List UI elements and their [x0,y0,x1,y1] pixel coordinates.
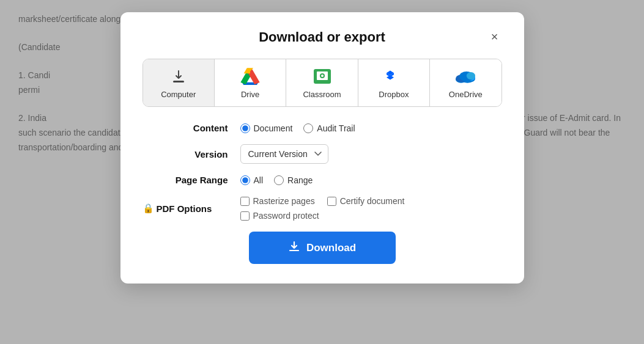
tab-drive[interactable]: Drive [215,59,286,106]
svg-point-16 [467,72,475,79]
rasterize-checkbox[interactable] [240,197,250,206]
version-label: Version [142,149,228,159]
pdf-options-text: PDF Options [157,203,212,214]
onedrive-icon [456,67,475,86]
content-controls: Document Audit Trail [240,123,355,133]
destination-tabs: Computer Drive [142,59,502,107]
svg-rect-0 [173,81,184,82]
certify-option[interactable]: Certify document [327,196,405,206]
tab-drive-label: Drive [241,90,259,99]
rasterize-option[interactable]: Rasterize pages [240,196,315,206]
tab-dropbox[interactable]: Dropbox [358,59,430,106]
modal-overlay: Download or export × Computer [0,0,644,344]
pdf-options-row: 🔒 PDF Options Rasterize pages Certify do… [142,196,502,221]
page-range-range-radio[interactable] [274,175,284,185]
dropbox-icon [384,67,404,86]
drive-icon [240,67,260,86]
content-document-label: Document [254,123,293,133]
page-range-controls: All Range [240,175,313,185]
svg-marker-10 [387,75,394,80]
certify-checkbox[interactable] [327,197,336,206]
lock-icon: 🔒 [142,203,154,214]
content-document-option[interactable]: Document [240,123,293,133]
pdf-label-wrap: 🔒 PDF Options [142,203,228,214]
tab-classroom-label: Classroom [303,90,341,99]
content-audit-radio[interactable] [303,123,313,133]
pdf-options-label: 🔒 PDF Options [142,203,228,214]
page-range-all-radio[interactable] [240,175,250,185]
classroom-icon [313,67,332,86]
download-button[interactable]: Download [249,232,396,264]
modal-title: Download or export [259,29,385,45]
computer-icon [169,67,188,86]
content-document-radio[interactable] [240,123,250,133]
content-label: Content [142,123,228,133]
password-label: Password protect [253,211,319,221]
page-range-label: Page Range [142,175,228,185]
version-select[interactable]: Current Version [240,144,328,164]
content-row: Content Document Audit Trail [142,123,502,133]
tab-computer-label: Computer [161,90,196,99]
svg-point-4 [321,75,324,77]
tab-computer[interactable]: Computer [143,59,215,106]
page-range-all-label: All [254,175,264,185]
page-range-all-option[interactable]: All [240,175,264,185]
modal-header: Download or export × [142,29,502,45]
content-audit-trail-option[interactable]: Audit Trail [303,123,355,133]
tab-dropbox-label: Dropbox [379,90,409,99]
pdf-options-controls: Rasterize pages Certify document Passwor… [240,196,405,221]
version-row: Version Current Version [142,144,502,164]
page-range-row: Page Range All Range [142,175,502,185]
rasterize-label: Rasterize pages [253,196,315,206]
download-label: Download [306,242,356,254]
download-export-modal: Download or export × Computer [120,12,524,284]
close-button[interactable]: × [487,29,502,44]
tab-classroom[interactable]: Classroom [286,59,358,106]
content-audit-label: Audit Trail [317,123,355,133]
page-range-range-option[interactable]: Range [274,175,313,185]
tab-onedrive-label: OneDrive [449,90,483,99]
certify-label: Certify document [340,196,405,206]
version-controls: Current Version [240,144,328,164]
pdf-options-row1: Rasterize pages Certify document [240,196,405,206]
download-icon [288,240,300,255]
tab-onedrive[interactable]: OneDrive [430,59,501,106]
password-checkbox[interactable] [240,211,250,221]
password-option[interactable]: Password protect [240,211,319,221]
page-range-range-label: Range [287,175,313,185]
